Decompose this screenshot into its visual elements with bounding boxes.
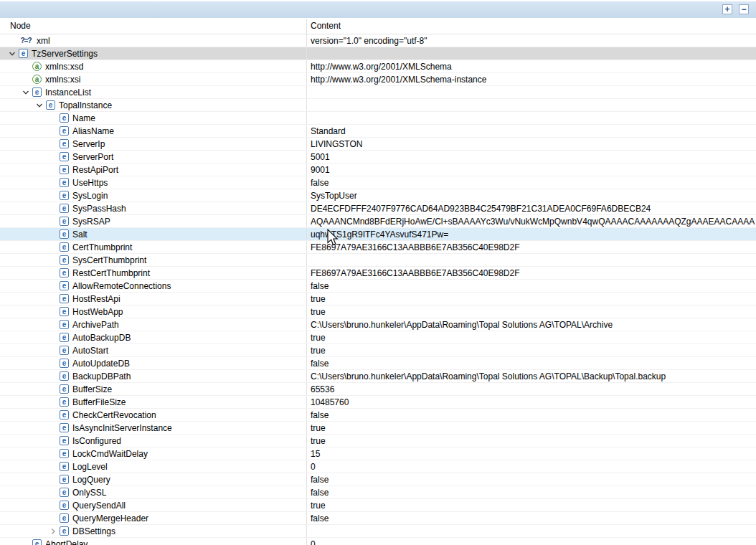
node-content[interactable]: FE8697A79AE3166C13AABBB6E7AB356C40E98D2F bbox=[306, 241, 756, 253]
element-icon: e bbox=[60, 255, 69, 265]
tree-row[interactable]: e AutoBackupDB true bbox=[0, 331, 756, 344]
node-cell: e BufferFileSize bbox=[0, 396, 306, 408]
tree-row[interactable]: e Salt uqhwTS1gR9ITFc4YAsvufS471Pw= bbox=[0, 228, 756, 241]
node-content[interactable] bbox=[306, 525, 756, 537]
tree-row[interactable]: e ServerPort 5001 bbox=[0, 151, 756, 164]
chevron-collapsed-icon[interactable] bbox=[47, 528, 60, 535]
tree-row[interactable]: e RestCertThumbprint FE8697A79AE3166C13A… bbox=[0, 267, 756, 280]
node-cell: e InstanceList bbox=[0, 86, 306, 98]
tree-row[interactable]: e QueryMergeHeader false bbox=[0, 512, 756, 525]
chevron-expanded-icon[interactable] bbox=[33, 102, 46, 109]
node-content[interactable]: Standard bbox=[306, 125, 756, 137]
node-content[interactable]: false bbox=[306, 473, 756, 485]
tree-row[interactable]: e AutoUpdateDB false bbox=[0, 357, 756, 370]
tree-row[interactable]: e CertThumbprint FE8697A79AE3166C13AABBB… bbox=[0, 241, 756, 254]
node-content[interactable]: AQAAANCMnd8BFdERjHoAwE/Cl+sBAAAAYc3Wu/vN… bbox=[306, 215, 756, 227]
node-label: ArchivePath bbox=[72, 320, 119, 330]
tree-row[interactable]: e AutoStart true bbox=[0, 344, 756, 357]
tree-row[interactable]: e DBSettings bbox=[0, 525, 756, 538]
tree-row[interactable]: e SysPassHash DE4ECFDFFF2407F9776CAD64AD… bbox=[0, 202, 756, 215]
tree-row[interactable]: e BackupDBPath C:\Users\bruno.hunkeler\A… bbox=[0, 370, 756, 383]
node-content[interactable]: 65536 bbox=[306, 383, 756, 395]
tree-row[interactable]: e AllowRemoteConnections false bbox=[0, 280, 756, 293]
collapse-all-button[interactable]: − bbox=[739, 4, 749, 14]
node-content[interactable]: C:\Users\bruno.hunkeler\AppData\Roaming\… bbox=[306, 318, 756, 331]
node-cell: e QuerySendAll bbox=[0, 499, 306, 511]
column-divider[interactable] bbox=[306, 19, 307, 34]
node-content[interactable] bbox=[306, 254, 756, 266]
node-content[interactable] bbox=[306, 86, 756, 98]
node-content[interactable]: 15 bbox=[306, 447, 756, 460]
node-content[interactable]: http://www.w3.org/2001/XMLSchema bbox=[306, 60, 756, 72]
node-content[interactable]: C:\Users\bruno.hunkeler\AppData\Roaming\… bbox=[306, 370, 756, 382]
node-label: InstanceList bbox=[45, 87, 91, 98]
node-content[interactable]: true bbox=[306, 305, 756, 318]
node-content[interactable]: false bbox=[306, 357, 756, 369]
node-content[interactable]: FE8697A79AE3166C13AABBB6E7AB356C40E98D2F bbox=[306, 267, 756, 279]
tree-row[interactable]: e UseHttps false bbox=[0, 176, 756, 189]
node-content[interactable]: false bbox=[306, 409, 756, 421]
tree-row[interactable]: e SysRSAP AQAAANCMnd8BFdERjHoAwE/Cl+sBAA… bbox=[0, 215, 756, 228]
node-content[interactable]: 0 bbox=[306, 460, 756, 473]
chevron-expanded-icon[interactable] bbox=[6, 50, 19, 57]
node-content[interactable]: true bbox=[306, 293, 756, 305]
node-content[interactable]: false bbox=[306, 176, 756, 189]
node-content[interactable]: LIVINGSTON bbox=[306, 138, 756, 150]
tree-row[interactable]: e AliasName Standard bbox=[0, 125, 756, 138]
tree-row[interactable]: e CheckCertRevocation false bbox=[0, 409, 756, 422]
tree-row[interactable]: e QuerySendAll true bbox=[0, 499, 756, 512]
tree-row[interactable]: e BufferFileSize 10485760 bbox=[0, 396, 756, 409]
tree-row[interactable]: a xmlns:xsd http://www.w3.org/2001/XMLSc… bbox=[0, 60, 756, 73]
node-content[interactable]: http://www.w3.org/2001/XMLSchema-instanc… bbox=[306, 73, 756, 85]
expand-all-button[interactable]: + bbox=[722, 4, 732, 14]
tree-row[interactable]: e SysCertThumbprint bbox=[0, 254, 756, 267]
node-content[interactable]: true bbox=[306, 499, 756, 511]
node-content[interactable]: version="1.0" encoding="utf-8" bbox=[306, 34, 756, 47]
node-content[interactable]: true bbox=[306, 344, 756, 356]
element-icon: e bbox=[60, 204, 69, 213]
tree-row[interactable]: e TzServerSettings bbox=[0, 47, 756, 60]
tree-row[interactable]: ?=? xml version="1.0" encoding="utf-8" bbox=[0, 34, 756, 47]
tree-row[interactable]: e ArchivePath C:\Users\bruno.hunkeler\Ap… bbox=[0, 318, 756, 331]
tree-row[interactable]: e Name bbox=[0, 112, 756, 125]
tree-row[interactable]: e LockCmdWaitDelay 15 bbox=[0, 447, 756, 460]
chevron-expanded-icon[interactable] bbox=[19, 89, 32, 96]
node-content[interactable]: false bbox=[306, 512, 756, 524]
node-content[interactable]: DE4ECFDFFF2407F9776CAD64AD923BB4C25479BF… bbox=[306, 202, 756, 214]
node-content[interactable] bbox=[306, 47, 756, 60]
node-content[interactable]: 10485760 bbox=[306, 396, 756, 408]
node-label: HostRestApi bbox=[72, 294, 121, 304]
tree-row[interactable]: e TopalInstance bbox=[0, 99, 756, 112]
tree-row[interactable]: e IsConfigured true bbox=[0, 435, 756, 447]
node-cell: e AutoBackupDB bbox=[0, 331, 306, 343]
node-content[interactable]: uqhwTS1gR9ITFc4YAsvufS471Pw= bbox=[306, 228, 756, 240]
tree-row[interactable]: e LogLevel 0 bbox=[0, 460, 756, 473]
node-content[interactable]: true bbox=[306, 435, 756, 447]
node-content[interactable] bbox=[306, 112, 756, 124]
tree-row[interactable]: e HostRestApi true bbox=[0, 293, 756, 305]
tree-row[interactable]: e OnlySSL false bbox=[0, 486, 756, 499]
node-content[interactable]: true bbox=[306, 422, 756, 434]
tree-row[interactable]: e ServerIp LIVINGSTON bbox=[0, 138, 756, 151]
tree-row[interactable]: e AbortDelay 0 bbox=[0, 538, 756, 545]
node-content[interactable]: true bbox=[306, 331, 756, 343]
node-content[interactable]: false bbox=[306, 486, 756, 498]
tree-row[interactable]: e LogQuery false bbox=[0, 473, 756, 486]
element-icon: e bbox=[60, 320, 69, 329]
tree-row[interactable]: e SysLogin SysTopUser bbox=[0, 189, 756, 202]
tree-row[interactable]: e BufferSize 65536 bbox=[0, 383, 756, 396]
node-cell: e IsAsyncInitServerInstance bbox=[0, 422, 306, 434]
tree-row[interactable]: e IsAsyncInitServerInstance true bbox=[0, 422, 756, 435]
node-label: ServerPort bbox=[72, 152, 113, 162]
tree-row[interactable]: e HostWebApp true bbox=[0, 305, 756, 318]
node-content[interactable]: SysTopUser bbox=[306, 189, 756, 202]
node-content[interactable]: 5001 bbox=[306, 151, 756, 163]
tree-row[interactable]: a xmlns:xsi http://www.w3.org/2001/XMLSc… bbox=[0, 73, 756, 86]
node-content[interactable]: false bbox=[306, 280, 756, 292]
tree-row[interactable]: e InstanceList bbox=[0, 86, 756, 99]
node-label: RestCertThumbprint bbox=[72, 268, 150, 278]
node-content[interactable]: 0 bbox=[306, 538, 756, 545]
node-content[interactable]: 9001 bbox=[306, 164, 756, 176]
tree-row[interactable]: e RestApiPort 9001 bbox=[0, 164, 756, 176]
node-content[interactable] bbox=[306, 99, 756, 111]
